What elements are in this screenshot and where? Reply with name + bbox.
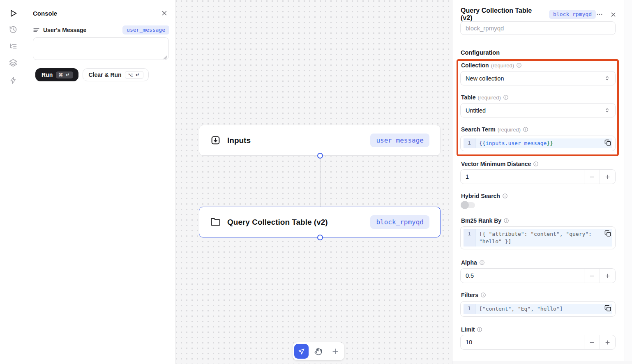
required-tag: (required)	[478, 94, 501, 101]
console-input-label: User's Message	[43, 27, 86, 33]
info-icon[interactable]	[502, 193, 508, 199]
folder-icon	[210, 217, 221, 227]
app-window: Console User's Message user_message Run …	[0, 0, 632, 364]
code-token: {{	[479, 140, 486, 146]
code-content[interactable]: [{ "attribute": "content", "query": "hel…	[475, 229, 612, 247]
search-term-editor[interactable]: 1 {{inputs.user_message}}	[460, 136, 616, 151]
canvas-toolbar	[293, 342, 344, 360]
output-port[interactable]	[317, 153, 323, 159]
field-label: Bm25 Rank By	[461, 217, 501, 224]
hybrid-search-label-row: Hybrid Search	[461, 193, 508, 199]
node-badge: user_message	[370, 134, 429, 147]
block-name-input[interactable]	[460, 21, 616, 35]
run-shortcut: ⌘ ↵	[56, 71, 73, 78]
field-label: Alpha	[461, 259, 477, 266]
output-port[interactable]	[317, 235, 323, 240]
increment-button[interactable]	[600, 170, 615, 184]
alpha-value[interactable]: 0.5	[461, 269, 584, 283]
filters-label-row: Filters	[461, 292, 486, 298]
bm25-editor[interactable]: 1 [{ "attribute": "content", "query": "h…	[460, 226, 616, 249]
add-node-tool[interactable]	[328, 344, 343, 359]
vector-min-distance-value[interactable]: 1	[461, 170, 584, 184]
increment-button[interactable]	[600, 335, 615, 349]
clear-and-run-button[interactable]: Clear & Run ⌥ ↵	[83, 68, 149, 81]
run-flow-icon[interactable]	[7, 7, 19, 19]
node-query-collection-table[interactable]: Query Collection Table (v2) block_rpmyqd	[199, 207, 441, 237]
input-variable-badge: user_message	[122, 25, 169, 35]
more-options-icon[interactable]	[596, 11, 603, 18]
code-token: inputs.user_message	[486, 140, 547, 146]
configuration-heading: Configuration	[461, 49, 500, 56]
workflow-canvas[interactable]: Inputs user_message Query Collection Tab…	[176, 0, 452, 364]
info-icon[interactable]	[533, 161, 539, 167]
alpha-label-row: Alpha	[461, 259, 485, 266]
limit-value[interactable]: 10	[461, 335, 584, 349]
filters-editor[interactable]: 1 ["content", "Eq", "hello"]	[460, 301, 616, 317]
table-select[interactable]: Untitled	[460, 103, 616, 117]
align-left-icon	[33, 27, 40, 34]
info-icon[interactable]	[516, 62, 522, 68]
toggle-knob	[461, 201, 469, 209]
info-icon[interactable]	[479, 260, 485, 265]
run-button[interactable]: Run ⌘ ↵	[35, 68, 78, 81]
inspector-close-icon[interactable]	[610, 11, 617, 18]
increment-button[interactable]	[600, 269, 615, 283]
line-number: 1	[464, 229, 475, 247]
console-input-row: User's Message user_message	[33, 25, 169, 35]
field-label: Vector Minimum Distance	[461, 161, 531, 167]
alpha-field: 0.5	[460, 268, 616, 283]
bm25-label-row: Bm25 Rank By	[461, 217, 509, 224]
code-content[interactable]: {{inputs.user_message}}	[475, 138, 612, 148]
info-icon[interactable]	[480, 292, 486, 298]
icon-rail	[0, 0, 26, 364]
copy-icon[interactable]	[604, 305, 611, 312]
required-tag: (required)	[498, 127, 521, 133]
console-title: Console	[33, 10, 57, 17]
hybrid-search-toggle[interactable]	[461, 202, 475, 208]
history-icon[interactable]	[7, 24, 19, 35]
inspector-title: Query Collection Table (v2)	[461, 7, 545, 22]
copy-icon[interactable]	[604, 230, 611, 237]
info-icon[interactable]	[523, 127, 528, 132]
pan-hand-tool[interactable]	[311, 344, 325, 359]
node-title: Query Collection Table (v2)	[227, 218, 328, 227]
code-token: }}	[547, 140, 553, 146]
field-label: Hybrid Search	[461, 193, 500, 199]
select-cursor-tool[interactable]	[294, 344, 309, 359]
field-label: Limit	[461, 326, 475, 333]
search-term-label-row: Search Term (required)	[461, 126, 528, 133]
chevron-up-down-icon	[604, 107, 610, 113]
limit-field: 10	[460, 335, 616, 350]
zap-icon[interactable]	[7, 74, 19, 86]
field-label: Collection	[461, 62, 489, 69]
collection-select[interactable]: New collection	[460, 71, 616, 85]
clear-run-button-label: Clear & Run	[89, 71, 122, 78]
limit-label-row: Limit	[461, 326, 482, 333]
layers-icon[interactable]	[7, 57, 19, 69]
chevron-up-down-icon	[604, 75, 610, 81]
scrollbar-track[interactable]	[625, 0, 632, 364]
inspector-panel: Query Collection Table (v2) block_rpmyqd…	[452, 0, 632, 364]
user-message-textarea[interactable]	[33, 37, 169, 60]
decrement-button[interactable]	[584, 170, 600, 184]
list-tree-icon[interactable]	[7, 41, 19, 52]
decrement-button[interactable]	[584, 269, 600, 283]
node-inputs[interactable]: Inputs user_message	[199, 125, 441, 156]
info-icon[interactable]	[477, 327, 482, 332]
node-badge: block_rpmyqd	[370, 215, 429, 229]
field-label: Search Term	[461, 126, 496, 133]
node-title: Inputs	[227, 136, 251, 145]
info-icon[interactable]	[503, 94, 509, 100]
console-close-icon[interactable]	[161, 9, 168, 17]
decrement-button[interactable]	[584, 335, 600, 349]
clear-run-shortcut: ⌥ ↵	[125, 71, 143, 79]
field-label: Filters	[461, 292, 478, 298]
edge-connector	[320, 156, 321, 207]
info-icon[interactable]	[503, 218, 509, 223]
inputs-icon	[210, 135, 221, 145]
field-label: Table	[461, 94, 476, 101]
code-content[interactable]: ["content", "Eq", "hello"]	[475, 304, 612, 314]
line-number: 1	[464, 304, 475, 314]
inspector-header: Query Collection Table (v2) block_rpmyqd	[461, 7, 617, 22]
copy-icon[interactable]	[604, 139, 611, 146]
